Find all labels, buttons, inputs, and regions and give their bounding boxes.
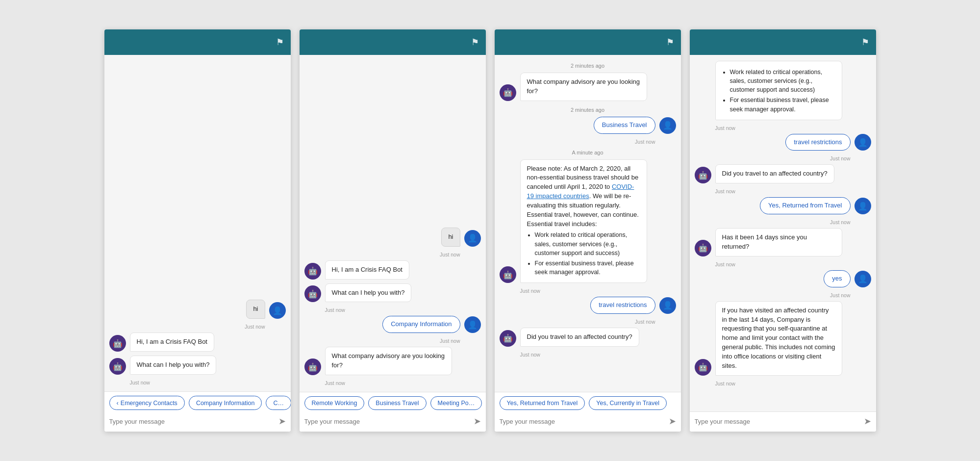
message-row-user-hi-1: 👤 hi — [109, 300, 286, 319]
bubble-bot-partial-list-4: Work related to critical operations, sal… — [715, 61, 842, 120]
chat-input-4[interactable] — [695, 418, 860, 425]
msg-time-restrictions-4: Just now — [695, 155, 851, 161]
bubble-user-hi-2: hi — [441, 228, 460, 247]
chat-input-2[interactable] — [304, 418, 470, 425]
bubble-bot-advisory-3: What company advisory are you looking fo… — [520, 73, 647, 101]
user-avatar-restrictions-4: 👤 — [854, 134, 871, 151]
message-row-user-restrictions-3: 👤 travel restrictions — [500, 297, 676, 314]
quick-reply-more-1[interactable]: C… — [266, 396, 290, 410]
chat-footer-3: Yes, Returned from Travel Yes, Currently… — [495, 392, 681, 432]
bot-avatar-notice-3: 🤖 — [500, 266, 516, 283]
bot-icon-affected-4: 🤖 — [698, 171, 708, 180]
bot-avatar-help-2: 🤖 — [304, 285, 321, 302]
bubble-bot-notice-3: Please note: As of March 2, 2020, all no… — [520, 159, 647, 283]
msg-time-affected-3: Just now — [520, 352, 676, 358]
message-row-user-biztravel-3: 👤 Business Travel — [500, 117, 676, 134]
quick-reply-emergency-contacts[interactable]: ‹ Emergency Contacts — [109, 396, 185, 410]
message-row-bot-affected-4: 🤖 Did you travel to an affected country? — [695, 164, 871, 183]
bot-icon-help-2: 🤖 — [308, 289, 318, 299]
chat-header-1: ⚑ — [104, 29, 291, 55]
message-row-bot-intro-2: 🤖 Hi, I am a Crisis FAQ Bot — [304, 260, 481, 280]
bot-icon-14days-4: 🤖 — [698, 243, 708, 253]
quick-replies-1: ‹ Emergency Contacts Company Information… — [104, 392, 291, 412]
bubble-bot-affected-4: Did you travel to an affected country? — [715, 164, 834, 183]
msg-time-biztravel-3: Just now — [500, 139, 655, 145]
bot-avatar-intro-1: 🤖 — [109, 335, 126, 352]
timestamp-aminute-3: A minute ago — [500, 150, 676, 155]
quick-reply-currently-travel[interactable]: Yes, Currently in Travel — [589, 396, 667, 410]
msg-time-advisory-2: Just now — [325, 380, 481, 386]
send-icon-2[interactable]: ➤ — [474, 416, 481, 427]
bot-avatar-advisory-2: 🤖 — [304, 359, 321, 375]
msg-time-yes-4: Just now — [695, 292, 851, 298]
bot-icon-quarantine-4: 🤖 — [698, 362, 708, 372]
covid-link-3[interactable]: COVID-19 impacted countries — [527, 183, 634, 200]
input-row-4: ➤ — [690, 412, 876, 432]
bubble-bot-help-2: What can I help you with? — [325, 283, 412, 303]
send-icon-4[interactable]: ➤ — [864, 416, 871, 427]
msg-time-returned-4: Just now — [695, 219, 851, 225]
msg-time-restrictions-3: Just now — [500, 319, 655, 325]
chat-input-3[interactable] — [500, 418, 665, 425]
quick-reply-remote-working[interactable]: Remote Working — [304, 396, 365, 410]
user-avatar-restrictions-3: 👤 — [659, 297, 676, 314]
flag-icon-1: ⚑ — [276, 37, 284, 48]
msg-time-14days-4: Just now — [715, 261, 871, 267]
msg-time-affected-4: Just now — [715, 188, 871, 194]
input-row-1: ➤ — [104, 412, 291, 432]
message-row-user-company-2: 👤 Company Information — [304, 316, 481, 333]
chat-footer-2: Remote Working Business Travel Meeting P… — [300, 392, 486, 432]
bot-icon-advisory-2: 🤖 — [308, 362, 318, 372]
bot-icon-help-1: 🤖 — [113, 362, 123, 371]
bubble-user-restrictions-4: travel restrictions — [785, 134, 850, 151]
message-row-bot-notice-3: 🤖 Please note: As of March 2, 2020, all … — [500, 159, 676, 283]
msg-time-bot-help-1: Just now — [130, 380, 286, 385]
bot-avatar-quarantine-4: 🤖 — [695, 359, 711, 376]
message-row-user-yes-4: 👤 yes — [695, 270, 871, 287]
bubble-bot-quarantine-4: If you have visited an affected country … — [715, 301, 842, 376]
bot-avatar-advisory-3: 🤖 — [500, 84, 516, 101]
bot-avatar-affected-3: 🤖 — [500, 330, 516, 347]
timestamp-mid-3: 2 minutes ago — [500, 107, 676, 113]
msg-time-hi-2: Just now — [304, 252, 460, 257]
chat-window-2: ⚑ 👤 hi Just now 🤖 Hi, I am a Crisis FAQ … — [300, 29, 486, 432]
msg-time-notice-3: Just now — [520, 288, 676, 294]
chat-footer-4: ➤ — [690, 411, 876, 432]
quick-reply-returned-travel[interactable]: Yes, Returned from Travel — [500, 396, 585, 410]
input-row-3: ➤ — [495, 412, 681, 432]
send-icon-1[interactable]: ➤ — [278, 416, 286, 427]
message-row-user-restrictions-4: 👤 travel restrictions — [695, 134, 871, 151]
chat-footer-1: ‹ Emergency Contacts Company Information… — [104, 391, 291, 432]
chat-header-4: ⚑ — [690, 29, 876, 55]
send-icon-3[interactable]: ➤ — [669, 416, 676, 427]
chat-body-4: Work related to critical operations, sal… — [690, 55, 876, 411]
user-avatar-returned-4: 👤 — [854, 198, 871, 214]
chat-window-1: ⚑ 👤 hi Just now 🤖 Hi, I am a Crisis FAQ … — [104, 29, 291, 432]
user-avatar-company-2: 👤 — [464, 316, 481, 333]
quick-reply-business-travel[interactable]: Business Travel — [368, 396, 426, 410]
message-row-bot-help-2: 🤖 What can I help you with? — [304, 283, 481, 303]
bubble-bot-14days-4: Has it been 14 days since you returned? — [715, 228, 842, 256]
msg-time-hi-1: Just now — [109, 324, 265, 330]
message-row-bot-help-1: 🤖 What can I help you with? — [109, 356, 286, 375]
user-avatar-biztravel-3: 👤 — [659, 117, 676, 134]
quick-reply-company-info-1[interactable]: Company Information — [189, 396, 262, 410]
message-row-user-returned-4: 👤 Yes, Returned from Travel — [695, 197, 871, 214]
chat-window-4: ⚑ Work related to critical operations, s… — [690, 29, 876, 432]
user-avatar-yes-4: 👤 — [854, 271, 871, 287]
bubble-bot-intro-1: Hi, I am a Crisis FAQ Bot — [130, 333, 214, 352]
msg-time-partial-4: Just now — [715, 125, 871, 131]
quick-reply-meeting-policy[interactable]: Meeting Po… — [430, 396, 482, 410]
quick-replies-2: Remote Working Business Travel Meeting P… — [300, 392, 486, 412]
flag-icon-4: ⚑ — [861, 37, 869, 48]
bubble-user-returned-4: Yes, Returned from Travel — [760, 197, 851, 214]
message-row-bot-advisory-2: 🤖 What company advisory are you looking … — [304, 347, 481, 375]
chat-input-1[interactable] — [109, 418, 275, 425]
chat-header-3: ⚑ — [495, 29, 681, 55]
msg-time-company-2: Just now — [304, 338, 460, 344]
bot-icon-affected-3: 🤖 — [503, 333, 513, 343]
bubble-bot-intro-2: Hi, I am a Crisis FAQ Bot — [325, 260, 409, 280]
bot-avatar-help-1: 🤖 — [109, 358, 126, 375]
chat-header-2: ⚑ — [300, 29, 486, 55]
bot-icon-2: 🤖 — [308, 266, 318, 276]
